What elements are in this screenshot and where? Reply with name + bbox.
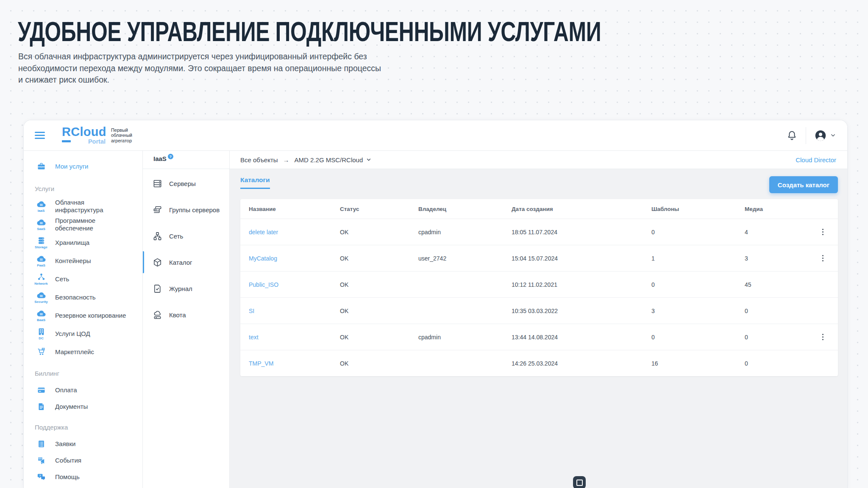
catalog-name-link[interactable]: delete later xyxy=(249,229,340,236)
templates-cell: 0 xyxy=(651,281,745,288)
hamburger-menu-icon[interactable] xyxy=(35,132,45,139)
cut-off-widget-icon[interactable] xyxy=(573,476,586,488)
templates-cell: 0 xyxy=(651,334,745,341)
service-menu-item-journal[interactable]: Журнал xyxy=(143,275,229,302)
status-cell: OK xyxy=(340,308,418,314)
events-icon xyxy=(31,456,52,465)
storage-icon: Storage xyxy=(31,236,52,249)
created-cell: 13:44 14.08.2024 xyxy=(512,334,651,341)
portal-screenshot-card: RCloud Portal Первый облачный агрегатор xyxy=(23,120,848,488)
rcloud-logo[interactable]: RCloud Portal xyxy=(62,126,106,145)
service-menu: IaaS ? Серверы Группы серверов Сеть xyxy=(143,151,230,488)
help-badge-icon[interactable]: ? xyxy=(168,154,173,159)
page-description: Вся облачная инфраструктура администриру… xyxy=(18,51,381,86)
created-cell: 10:35 03.03.2022 xyxy=(512,308,651,314)
templates-cell: 1 xyxy=(651,255,745,262)
sidebar-item-backup[interactable]: BaaS Резервное копирование xyxy=(24,306,142,324)
document-icon xyxy=(31,402,52,411)
owner-cell: cpadmin xyxy=(418,229,512,236)
server-group-icon xyxy=(153,205,162,215)
catalogs-table: Название Статус Владелец Дата создания Ш… xyxy=(240,199,838,376)
sidebar-item-my-services[interactable]: Мои услуги xyxy=(24,157,142,176)
network-tree-icon xyxy=(153,231,162,241)
kebab-menu-icon[interactable] xyxy=(820,332,826,343)
created-cell: 18:05 11.07.2024 xyxy=(512,229,651,236)
sidebar-item-security[interactable]: Security Безопасность xyxy=(24,288,142,306)
column-header-name: Название xyxy=(249,206,340,212)
sidebar-item-datacenter[interactable]: DC Услуги ЦОД xyxy=(24,324,142,343)
sidebar-item-marketplace[interactable]: Маркетплейс xyxy=(24,343,142,361)
service-menu-item-servers[interactable]: Серверы xyxy=(143,170,229,197)
bell-icon[interactable] xyxy=(787,130,797,141)
cloud-iaas-icon: IaaS xyxy=(31,200,52,213)
sidebar-item-help[interactable]: Помощь xyxy=(24,469,142,485)
description-line: необходимости перехода между модулями. Э… xyxy=(18,63,381,75)
tab-catalogs[interactable]: Каталоги xyxy=(240,176,270,189)
cloud-backup-icon: BaaS xyxy=(31,309,52,322)
description-line: и снижает риск ошибок. xyxy=(18,74,381,86)
created-cell: 10:12 11.02.2021 xyxy=(512,281,651,288)
service-menu-item-network[interactable]: Сеть xyxy=(143,223,229,249)
page-title: УДОБНОЕ УПРАВЛЕНИЕ ПОДКЛЮЧЕННЫМИ УСЛУГАМ… xyxy=(18,16,601,47)
service-menu-item-server-groups[interactable]: Группы серверов xyxy=(143,197,229,223)
account-menu[interactable] xyxy=(815,130,836,141)
sidebar-item-containers[interactable]: PaaS Контейнеры xyxy=(24,252,142,270)
create-catalog-button[interactable]: Создать каталог xyxy=(769,176,838,193)
status-cell: OK xyxy=(340,334,418,341)
status-cell: OK xyxy=(340,255,418,262)
cloud-director-link[interactable]: Cloud Director xyxy=(796,156,836,164)
table-row: SI OK 10:35 03.03.2022 3 0 xyxy=(240,297,838,324)
kebab-menu-icon[interactable] xyxy=(820,227,826,238)
quota-icon xyxy=(153,310,162,320)
sidebar-item-software[interactable]: SaaS Программное обеспечение xyxy=(24,215,142,233)
service-menu-item-catalog[interactable]: Каталог xyxy=(143,249,229,275)
catalog-name-link[interactable]: MyCatalog xyxy=(249,255,340,262)
sidebar-item-storage[interactable]: Storage Хранилища xyxy=(24,233,142,252)
templates-cell: 16 xyxy=(651,360,745,367)
portal-header: RCloud Portal Первый облачный агрегатор xyxy=(24,120,847,151)
header-divider xyxy=(806,127,806,144)
sidebar-item-payment[interactable]: Оплата xyxy=(24,382,142,398)
sidebar-item-network[interactable]: Network Сеть xyxy=(24,270,142,288)
service-menu-item-quota[interactable]: Квота xyxy=(143,302,229,328)
breadcrumb-root[interactable]: Все объекты xyxy=(240,156,278,164)
status-cell: OK xyxy=(340,281,418,288)
sidebar: Мои услуги Услуги IaaS Облачная инфрастр… xyxy=(24,151,143,488)
media-cell: 4 xyxy=(745,229,815,236)
briefcase-icon xyxy=(31,162,52,171)
description-line: Вся облачная инфраструктура администриру… xyxy=(18,51,381,63)
table-row: Public_ISO OK 10:12 11.02.2021 0 45 xyxy=(240,271,838,297)
sidebar-item-documents[interactable]: Документы xyxy=(24,398,142,415)
status-cell: OK xyxy=(340,229,418,236)
sidebar-item-cloud-infrastructure[interactable]: IaaS Облачная инфраструктура xyxy=(24,197,142,215)
arrow-right-icon: → xyxy=(283,156,289,164)
chevron-down-icon xyxy=(830,132,836,139)
table-row: TMP_VM OK 14:26 25.03.2024 16 0 xyxy=(240,350,838,376)
catalog-name-link[interactable]: SI xyxy=(249,308,340,314)
logo-text: RCloud xyxy=(62,126,106,138)
cube-icon xyxy=(153,258,162,267)
cloud-paas-icon: PaaS xyxy=(31,255,52,267)
column-header-owner: Владелец xyxy=(418,206,512,212)
templates-cell: 3 xyxy=(651,308,745,314)
journal-icon xyxy=(153,284,162,294)
column-header-media: Медиа xyxy=(745,206,815,212)
catalog-name-link[interactable]: Public_ISO xyxy=(249,281,340,288)
table-row: text OK cpadmin 13:44 14.08.2024 0 0 xyxy=(240,324,838,350)
chevron-down-icon xyxy=(366,157,372,163)
sidebar-section-support: Поддержка xyxy=(35,424,142,431)
logo-dash xyxy=(62,140,71,142)
catalog-name-link[interactable]: TMP_VM xyxy=(249,360,340,367)
sidebar-item-events[interactable]: События xyxy=(24,452,142,469)
column-header-status: Статус xyxy=(340,206,418,212)
payment-card-icon xyxy=(31,386,52,394)
owner-cell: cpadmin xyxy=(418,334,512,341)
kebab-menu-icon[interactable] xyxy=(820,253,826,264)
cloud-security-icon: Security xyxy=(31,291,52,304)
breadcrumb-current[interactable]: AMD 2.2G MSC/RCloud xyxy=(295,156,372,164)
sidebar-item-tickets[interactable]: Заявки xyxy=(24,435,142,452)
cloud-saas-icon: SaaS xyxy=(31,218,52,231)
content-area: Каталоги Создать каталог Название Статус… xyxy=(230,169,847,488)
catalog-name-link[interactable]: text xyxy=(249,334,340,341)
breadcrumb-bar: Все объекты → AMD 2.2G MSC/RCloud Cloud … xyxy=(230,151,847,169)
